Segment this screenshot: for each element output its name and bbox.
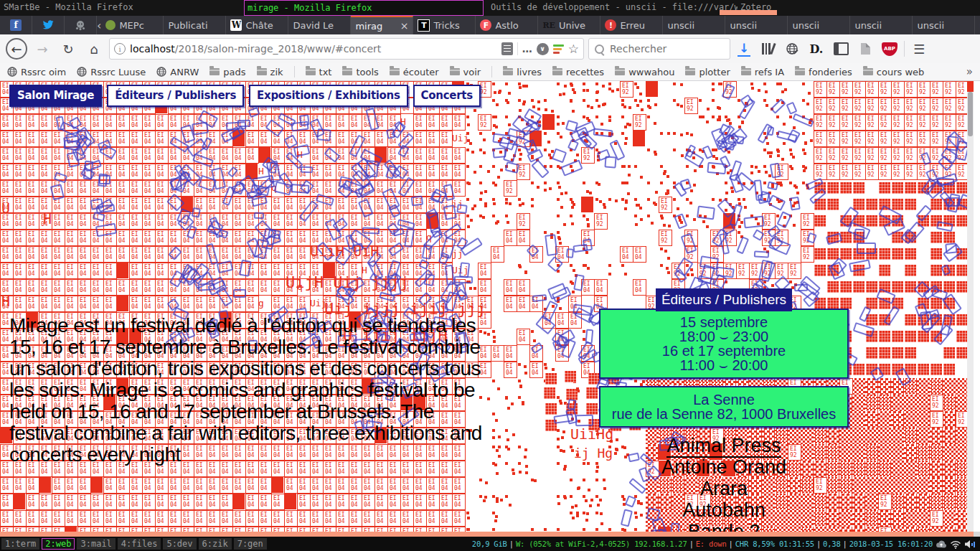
bookmark-couter[interactable]: écouter [390,67,439,77]
pinned-tab-octopus[interactable] [65,16,97,34]
schedule-line: 11:00 ⌣ 20:00 [600,358,847,372]
bookmark-rssrc-luuse[interactable]: Rssrc Luuse [77,67,146,77]
tab-ch-te[interactable]: WChâte [226,16,288,34]
workspace-1-term[interactable]: 1:term [1,538,39,550]
bookmark-txt[interactable]: txt [306,67,332,77]
close-tab-icon[interactable]: × [399,20,409,32]
folder-icon [685,68,695,75]
tab-david-le[interactable]: David Le [288,16,351,34]
bookmark-pads[interactable]: pads [209,67,245,77]
library-icon[interactable] [758,39,778,59]
search-input[interactable] [608,42,705,55]
bookmark-cours-web[interactable]: cours web [863,67,924,77]
bookmark-rssrc-oim[interactable]: Rssrc oim [7,67,66,77]
wm-window-title-mirage-active[interactable]: mirage - Mozilla Firefox [244,0,484,16]
bookmark-label: plotter [699,67,730,77]
workspace-2-web[interactable]: 2:web [42,538,75,550]
bookmark-refs-ia[interactable]: refs IA [741,67,784,77]
tab-unscii[interactable]: unscii [850,16,913,34]
bookmark-tools[interactable]: tools [342,67,378,77]
nav-button-concerts[interactable]: Concerts [413,85,481,107]
publisher-arara[interactable]: Arara [700,478,748,499]
tab-mirag-active[interactable]: mirag× [351,16,413,34]
tab-erreu[interactable]: !Erreu [600,16,663,34]
wm-window-title-smartbe[interactable]: SMartBe - Mozilla Firefox [4,0,240,14]
bookmark-wwwahou[interactable]: wwwahou [615,67,674,77]
extension-bars-icon[interactable] [553,44,564,54]
nav-button-salon-mirage[interactable]: Salon Mirage [9,85,102,107]
folder-icon [257,68,267,75]
publisher-antoine-orand[interactable]: Antoine Orand [661,456,786,478]
tab-tricks[interactable]: TTricks [413,16,476,34]
nav-button-expositions-exhibitions[interactable]: Expositions / Exhibitions [249,85,408,107]
site-info-icon[interactable]: i [114,43,126,55]
page-actions-icon[interactable]: … [522,43,532,55]
schedule-line: 15 septembre [600,315,847,329]
upload-icon[interactable] [936,540,947,549]
wm-statusbar: 1:term2:web3:mail4:files5:dev6:zik7:gen … [0,537,980,551]
globe-icon [156,67,166,77]
publishers-section-title: Éditeurs / Publishers [656,288,792,311]
sidebar-icon[interactable] [831,39,851,59]
bookmark-anrw[interactable]: ANRW [156,67,199,77]
bookmark-livres[interactable]: livres [503,67,542,77]
search-bar[interactable] [588,38,730,60]
workspace-4-files[interactable]: 4:files [118,538,161,550]
nav-button-diteurs-publishers[interactable]: Éditeurs / Publishers [107,85,244,107]
workspace-5-dev[interactable]: 5:dev [163,538,196,550]
folder-icon [450,68,460,75]
tab-unscii[interactable]: unscii [788,16,850,34]
bookmark-voir[interactable]: voir [450,67,481,77]
hamburger-menu-icon[interactable]: ☰ [909,39,929,59]
tab-unscii[interactable]: unscii [913,16,975,34]
stat-load: 0,38 [823,540,841,548]
workspace-3-mail[interactable]: 3:mail [77,538,115,550]
tab-label: unscii [792,20,845,31]
tab-unscii[interactable]: unscii [975,16,980,34]
scrollbar-thumb[interactable] [968,92,973,136]
globe-extension-icon[interactable] [782,39,802,59]
volume-icon[interactable] [964,540,976,549]
bookmarks-toolbar: Rssrc oimRssrc LuuseANRWpadsziktxttoolsé… [0,63,980,81]
bookmarks-overflow-chevron[interactable]: » [966,65,973,78]
divider [491,66,492,77]
adblock-plus-icon[interactable]: ABP [880,39,900,59]
tab-publicati[interactable]: Publicati [164,16,226,34]
scrollbar[interactable] [967,81,974,532]
workspace-6-zik[interactable]: 6:zik [199,538,232,550]
url-bar[interactable]: i localhost/2018/salon-mirage_2018/www/#… [109,38,584,60]
publisher-bande-2[interactable]: Bande 2 [688,521,760,532]
bookmark-recettes[interactable]: recettes [552,67,604,77]
tabs: MEPcPublicatiWChâteDavid Lemirag×TTricks… [101,16,980,34]
pocket-icon[interactable]: ∨ [537,43,549,55]
downloads-icon[interactable]: ↓ [738,41,750,57]
forward-button[interactable]: → [32,38,53,60]
bookmark-fonderies[interactable]: fonderies [795,67,852,77]
bookmark-plotter[interactable]: plotter [685,67,730,77]
page-nav: Salon MirageÉditeurs / PublishersExposit… [9,85,481,107]
home-button[interactable]: ⌂ [83,38,105,60]
page-icon[interactable] [855,39,875,59]
bookmark-label: refs IA [755,67,784,77]
publisher-animal-press[interactable]: Animal Press [666,435,781,458]
reload-button[interactable]: ↻ [57,38,79,60]
wifi-icon[interactable] [950,540,961,549]
tab-unive[interactable]: REUnive [538,16,600,34]
reader-mode-icon[interactable] [501,42,513,55]
scrollbar-corner [974,532,980,537]
tab-label: Erreu [620,20,658,31]
bookmark-zik[interactable]: zik [257,67,283,77]
workspace-7-gen[interactable]: 7:gen [234,538,267,550]
darkreader-icon[interactable]: D. [806,39,826,59]
tab-unscii[interactable]: unscii [663,16,725,34]
pinned-tab-twitter[interactable] [32,16,65,34]
tab-mepc[interactable]: MEPc [101,16,164,34]
wm-window-title-devtools[interactable]: Outils de développement - unscii - file:… [491,0,738,14]
bookmark-star-icon[interactable]: ☆ [568,42,579,56]
twitter-icon [42,20,54,30]
back-button[interactable]: ← [6,38,27,60]
tab-astlo[interactable]: FAstlo [476,16,538,34]
tab-unscii[interactable]: unscii [725,16,788,34]
pinned-tab-facebook[interactable]: f [0,16,32,34]
publisher-autobahn[interactable]: Autobahn [682,499,765,521]
